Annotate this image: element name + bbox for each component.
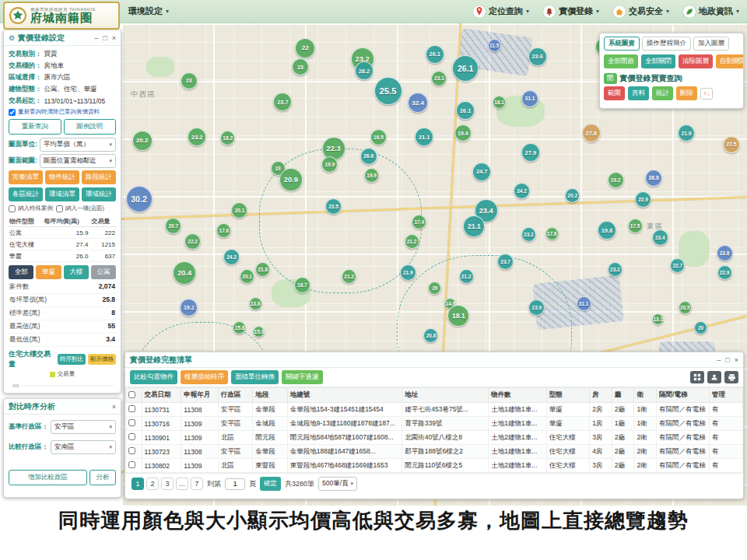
price-bubble[interactable]: 15.3: [253, 326, 265, 338]
column-header[interactable]: 地址: [402, 388, 489, 403]
row-checkbox[interactable]: [128, 419, 135, 426]
page-button[interactable]: 7: [191, 478, 203, 490]
table-row[interactable]: 公寓15.9222: [8, 227, 117, 239]
price-bubble[interactable]: 26.1: [452, 55, 479, 82]
price-bubble[interactable]: 22: [295, 38, 315, 58]
row-checkbox[interactable]: [128, 461, 135, 468]
page-button[interactable]: 1: [132, 478, 144, 490]
show-price-button[interactable]: 顯示價格: [88, 354, 116, 365]
price-bubble[interactable]: 22.7: [670, 258, 685, 273]
price-bubble[interactable]: 23.8: [717, 245, 733, 261]
price-bubble[interactable]: 15.8: [233, 321, 246, 334]
clear-layers-button[interactable]: 清除圖層: [679, 54, 713, 68]
column-header[interactable]: 廳: [612, 388, 634, 403]
filter-apartment-button[interactable]: 公寓: [91, 265, 116, 279]
maximize-icon[interactable]: □: [103, 34, 107, 42]
page-button[interactable]: 3: [161, 478, 174, 490]
column-header[interactable]: 交易日期: [142, 388, 181, 403]
price-bubble[interactable]: 17.4: [412, 215, 426, 229]
price-bubble[interactable]: 20: [428, 282, 441, 295]
price-bubble[interactable]: 21.2: [405, 234, 419, 249]
price-bubble[interactable]: 27.5: [723, 136, 740, 153]
menu-environment[interactable]: 環境設定 ▾: [128, 5, 169, 17]
legend-help-button[interactable]: 圖例說明: [64, 119, 117, 135]
select-all-checkbox[interactable]: [128, 391, 135, 398]
price-bubble[interactable]: 23.9: [528, 299, 545, 316]
column-header[interactable]: 申報年月: [181, 388, 219, 403]
price-bubble[interactable]: 20.7: [165, 218, 181, 234]
price-bubble[interactable]: 20.1: [240, 269, 254, 284]
price-bubble[interactable]: 21.2: [459, 269, 474, 284]
price-bubble[interactable]: 20.2: [132, 131, 153, 151]
price-bubble[interactable]: 21.1: [415, 128, 433, 146]
price-bubble[interactable]: 20.9: [279, 168, 303, 191]
menu-transaction-safety[interactable]: 交易安全 ▾: [613, 5, 669, 18]
price-bubble[interactable]: 23.1: [431, 71, 447, 86]
base-district-select[interactable]: 安平區▾: [51, 420, 116, 434]
close-icon[interactable]: ×: [735, 356, 738, 364]
price-bubble[interactable]: 30.2: [126, 186, 153, 212]
price-bubble[interactable]: 24.2: [514, 183, 530, 199]
price-bubble[interactable]: 21.2: [342, 269, 356, 284]
filter-huasha-button[interactable]: 華廈: [36, 265, 61, 279]
price-bubble[interactable]: 23.7: [497, 254, 514, 270]
price-bubble[interactable]: 19.9: [364, 168, 379, 183]
price-bubble[interactable]: 21.8: [255, 262, 270, 277]
road-stats-button[interactable]: 路段統計: [82, 170, 116, 184]
add-compare-district-button[interactable]: 增加比較政區: [9, 470, 87, 485]
price-bubble[interactable]: 20.4: [173, 261, 196, 285]
price-bubble[interactable]: 18.7: [294, 277, 310, 293]
filter-all-button[interactable]: 全部: [9, 265, 33, 279]
special-cases-checkbox[interactable]: [9, 205, 16, 212]
price-bubble[interactable]: 23.6: [528, 47, 547, 66]
menu-price-registry[interactable]: 實價登錄 ▾: [543, 5, 599, 18]
price-bubble[interactable]: 27.8: [582, 124, 601, 142]
price-bubble[interactable]: 23: [292, 58, 309, 75]
layer-order-button[interactable]: ↑↓: [700, 88, 713, 100]
district-stats-button[interactable]: 各區統計: [9, 187, 43, 201]
price-bubble[interactable]: 20.2: [565, 188, 580, 203]
tab-history[interactable]: 操作歷程簡介: [642, 37, 691, 51]
column-header[interactable]: 管理: [710, 388, 743, 403]
auto-close-button[interactable]: 自動關閉: [716, 54, 744, 68]
price-bubble[interactable]: 23: [181, 72, 198, 89]
price-bubble[interactable]: 22.9: [635, 191, 651, 208]
row-checkbox[interactable]: [128, 405, 135, 412]
map-unit-select[interactable]: 平均單價（萬）▾: [40, 138, 116, 152]
buffer-stats-button[interactable]: 環域統計: [82, 187, 116, 201]
price-bubble[interactable]: 25.5: [374, 77, 402, 105]
goto-confirm-button[interactable]: 確定: [260, 477, 281, 491]
tab-system-layers[interactable]: 系統圖資: [604, 37, 640, 51]
price-bubble[interactable]: 26.6: [360, 148, 377, 165]
table-row[interactable]: 113090111309北區開元段開元段地584地587建1607建1608..…: [126, 431, 743, 445]
filter-tower-button[interactable]: 大樓: [64, 265, 89, 279]
column-header[interactable]: 房: [590, 388, 612, 403]
ground-floor-checkbox[interactable]: [56, 205, 63, 212]
price-bubble[interactable]: 20: [694, 321, 707, 334]
table-row[interactable]: 113071611309安平區金城段金城段地9-13建1180建1878建187…: [126, 417, 743, 431]
user-icon[interactable]: [707, 371, 721, 383]
price-bubble[interactable]: 17.6: [216, 223, 231, 238]
minimize-icon[interactable]: –: [717, 356, 721, 364]
price-bubble[interactable]: 18.2: [220, 131, 235, 145]
column-header[interactable]: 衛: [634, 388, 657, 403]
price-bubble[interactable]: 19.8: [598, 221, 616, 240]
price-bubble[interactable]: 23.2: [521, 227, 536, 242]
row-checkbox[interactable]: [128, 447, 135, 454]
map-range-select[interactable]: 圖面位置需相鄰近▾: [40, 154, 116, 168]
time-compare-button[interactable]: 時序對比: [58, 354, 86, 365]
price-bubble[interactable]: 23.2: [188, 128, 206, 146]
price-bubble[interactable]: 23.4: [652, 229, 668, 246]
floor-price-series-button[interactable]: 樓層價格時序: [181, 370, 228, 384]
tab-add-layer[interactable]: 加入圖層: [693, 37, 729, 51]
area-unit-convert-button[interactable]: 面積單位轉換: [231, 370, 279, 384]
menu-land-info[interactable]: 地政資訊 ▾: [683, 5, 739, 18]
requery-button[interactable]: 重新查詢: [9, 119, 61, 135]
table-row[interactable]: 113080211309北區東豐段東豐段地467地468建1569建1653開元…: [126, 459, 743, 473]
price-bubble[interactable]: 27.9: [521, 143, 540, 162]
price-bubble[interactable]: 19.2: [180, 299, 198, 317]
table-row[interactable]: 住宅大樓27.41215: [8, 239, 117, 250]
object-stats-button[interactable]: 物件統計: [45, 170, 79, 184]
price-bubble[interactable]: 24.7: [472, 163, 491, 181]
column-header[interactable]: 地建號: [287, 388, 402, 403]
